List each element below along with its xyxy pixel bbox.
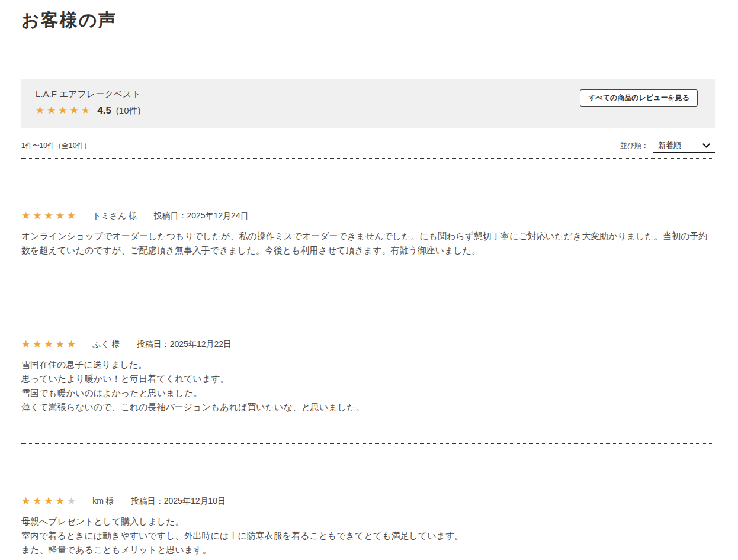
review-text-line: 思っていたより暖かい！と毎日着てくれています。: [21, 372, 715, 386]
product-summary: L.A.F エアフレークベスト ★★★★★★★★★★ 4.5 (10件) すべて…: [21, 79, 715, 128]
product-info: L.A.F エアフレークベスト ★★★★★★★★★★ 4.5 (10件): [36, 89, 141, 117]
sort-controls: 並び順： 新着順: [620, 139, 715, 153]
sort-label: 並び順：: [620, 141, 649, 151]
review-card: ★★★★★★★★★★ トミさん 様 投稿日：2025年12月24日 オンラインシ…: [21, 159, 715, 287]
sort-select[interactable]: 新着順: [653, 139, 715, 153]
pagination-info: 1件〜10件（全10件）: [21, 141, 91, 151]
review-date: 投稿日：2025年12月24日: [153, 211, 248, 221]
list-controls: 1件〜10件（全10件） 並び順： 新着順: [21, 139, 715, 159]
chevron-down-icon: [702, 143, 710, 149]
review-star-rating: ★★★★★★★★★★: [21, 211, 92, 221]
review-text-line: 母親へプレゼントとして購入しました。: [21, 514, 715, 529]
rating-value: 4.5: [97, 105, 111, 117]
product-name: L.A.F エアフレークベスト: [36, 89, 141, 100]
star-rating: ★★★★★★★★★★: [21, 339, 78, 349]
review-body: 母親へプレゼントとして購入しました。室内で着るときには動きやすいですし、外出時に…: [21, 514, 715, 560]
review-card: ★★★★★★★★★★ km 様 投稿日：2025年12月10日 母親へプレゼント…: [21, 444, 715, 560]
star-rating: ★★★★★★★★★★: [36, 105, 92, 115]
review-text-line: 雪国在住の息子に送りました。: [21, 358, 715, 372]
review-text-line: ありがとうございました。: [21, 558, 715, 560]
star-rating: ★★★★★★★★★★: [21, 211, 78, 221]
review-star-rating: ★★★★★★★★★★: [21, 339, 92, 350]
reviewer-name: ふく 様: [92, 339, 120, 350]
review-date: 投稿日：2025年12月10日: [131, 496, 226, 507]
review-header: ★★★★★★★★★★ km 様 投稿日：2025年12月10日: [21, 496, 715, 507]
review-text-line: 室内で着るときには動きやすいですし、外出時には上に防寒衣服を着ることもできてとて…: [21, 529, 715, 543]
review-text-line: オンラインショップでオーダーしたつもりでしたが、私の操作ミスでオーダーできません…: [21, 229, 715, 258]
review-header: ★★★★★★★★★★ ふく 様 投稿日：2025年12月22日: [21, 339, 715, 350]
review-header: ★★★★★★★★★★ トミさん 様 投稿日：2025年12月24日: [21, 211, 715, 221]
review-date: 投稿日：2025年12月22日: [137, 339, 232, 350]
review-text-line: また、軽量であることもメリットと思います。: [21, 543, 715, 557]
review-card: ★★★★★★★★★★ ふく 様 投稿日：2025年12月22日 雪国在住の息子に…: [21, 287, 715, 444]
product-rating-row: ★★★★★★★★★★ 4.5 (10件): [36, 105, 141, 117]
review-body: オンラインショップでオーダーしたつもりでしたが、私の操作ミスでオーダーできません…: [21, 229, 715, 258]
review-list: ★★★★★★★★★★ トミさん 様 投稿日：2025年12月24日 オンラインシ…: [21, 159, 715, 560]
star-rating: ★★★★★★★★★★: [21, 496, 78, 506]
sort-selected-value: 新着順: [658, 140, 681, 151]
product-star-rating: ★★★★★★★★★★: [36, 105, 92, 116]
rating-count: (10件): [116, 105, 141, 117]
reviewer-name: km 様: [92, 496, 114, 507]
review-body: 雪国在住の息子に送りました。思っていたより暖かい！と毎日着てくれています。雪国で…: [21, 358, 715, 415]
review-star-rating: ★★★★★★★★★★: [21, 496, 92, 507]
all-reviews-button[interactable]: すべての商品のレビューを見る: [580, 89, 698, 107]
review-text-line: 薄くて嵩張らないので、これの長袖バージョンもあれば買いたいな、と思いました。: [21, 400, 715, 414]
page-title: お客様の声: [21, 8, 715, 33]
reviewer-name: トミさん 様: [92, 211, 137, 221]
review-text-line: 雪国でも暖かいのはよかったと思いました。: [21, 386, 715, 400]
reviews-page: お客様の声 L.A.F エアフレークベスト ★★★★★★★★★★ 4.5 (10…: [0, 0, 738, 560]
